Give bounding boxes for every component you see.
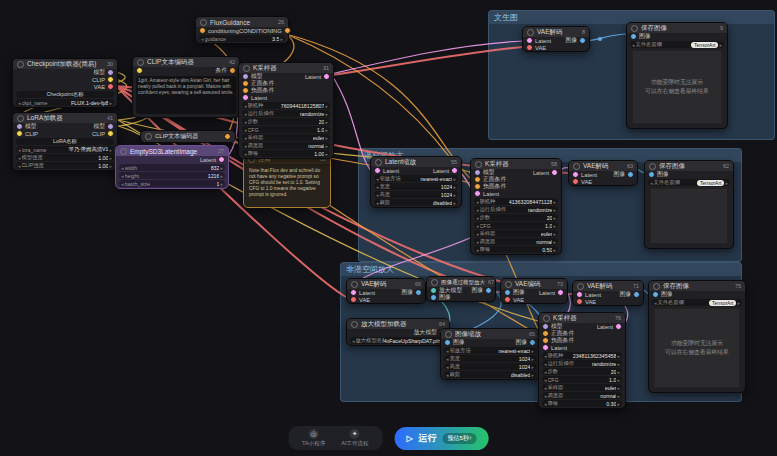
steps-widget[interactable]: 步数20 <box>242 118 330 125</box>
conditioning-output-port[interactable] <box>224 133 231 140</box>
latent-input-port[interactable] <box>474 190 481 197</box>
image-output-port[interactable] <box>415 289 422 296</box>
denoise-widget[interactable]: 降噪0.30 <box>542 400 622 407</box>
crop-widget[interactable]: 裁剪disabled <box>444 371 536 378</box>
vae-encode-node[interactable]: VAE编码73 图像Latent VAE <box>500 278 568 304</box>
clip-input-port[interactable] <box>136 67 143 74</box>
latent-input-port[interactable] <box>526 37 533 44</box>
clip-text-encode-negative-node-collapsed[interactable]: CLIP文本编码器 <box>140 130 236 143</box>
denoise-widget[interactable]: 降噪0.50 <box>474 246 558 253</box>
seed-widget[interactable]: 随机种760944118125807 <box>242 102 330 109</box>
image-input-port[interactable] <box>430 294 437 301</box>
scale-method-widget[interactable]: 缩放方法nearest-exact <box>444 347 536 354</box>
latent-input-port[interactable] <box>542 344 549 351</box>
expand-icon[interactable] <box>145 133 152 140</box>
collapse-icon[interactable] <box>120 148 127 155</box>
collapse-icon[interactable] <box>137 59 144 66</box>
latent-output-port[interactable] <box>323 73 330 80</box>
model-output-port[interactable] <box>107 123 114 130</box>
collapse-icon[interactable] <box>243 65 250 72</box>
vae-decode-node-1[interactable]: VAE解码8 Latent图像 VAE <box>522 26 590 52</box>
image-input-port[interactable] <box>630 33 637 40</box>
filename-value-chip[interactable]: TensorArt <box>709 300 736 306</box>
width-widget[interactable]: 宽度1024 <box>374 183 458 190</box>
collapse-icon[interactable] <box>543 315 550 322</box>
clip-output-port[interactable] <box>107 76 114 83</box>
vae-decode-node-3[interactable]: VAE解码66 Latent图像 VAE <box>346 278 426 304</box>
filename-prefix-widget[interactable]: 文件名前缀TensorArt <box>630 41 724 48</box>
upscale-image-with-model-node[interactable]: 图像通过模型放大67 放大模型图像 图像 <box>426 276 496 302</box>
save-image-node-3[interactable]: 保存图像75 图像 文件名前缀TensorArt 功能受限时无法展示 可以在右侧… <box>648 280 746 393</box>
ckpt-name-widget[interactable]: ckpt_nameFLUX.1-dev-fp8 <box>16 99 114 106</box>
node-graph-canvas[interactable]: 文生图 潜空间放大 非潜空间放大 <box>0 0 777 456</box>
conditioning-input-port[interactable] <box>199 27 206 34</box>
collapse-icon[interactable] <box>17 115 24 122</box>
negative-input-port[interactable] <box>542 337 549 344</box>
sampler-widget[interactable]: 采样器euler <box>242 134 330 141</box>
empty-latent-image-node[interactable]: EmptySD3LatentImage27 Latent width832 he… <box>115 145 229 189</box>
height-widget[interactable]: height1216 <box>119 172 225 179</box>
clip-output-port[interactable] <box>107 130 114 137</box>
collapse-icon[interactable] <box>351 281 358 288</box>
save-image-node-2[interactable]: 保存图像62 图像 文件名前缀TensorArt <box>644 160 734 249</box>
collapse-icon[interactable] <box>631 25 638 32</box>
clip-strength-widget[interactable]: CLIP强度1.00 <box>16 162 114 169</box>
denoise-widget[interactable]: 降噪1.00 <box>242 150 330 157</box>
guidance-widget[interactable]: guidance3.5 <box>199 35 285 42</box>
vae-decode-node-4[interactable]: VAE解码71 Latent图像 VAE <box>572 280 644 306</box>
steps-widget[interactable]: 步数20 <box>474 214 558 221</box>
model-output-port[interactable] <box>107 69 114 76</box>
clip-input-port[interactable] <box>16 130 23 137</box>
collapse-icon[interactable] <box>653 283 660 290</box>
lora-name-button[interactable]: LoRA名称 <box>16 138 114 145</box>
latent-input-port[interactable] <box>576 291 583 298</box>
image-scale-node[interactable]: 图像缩放65 图像图像 缩放方法nearest-exact 宽度1024 高度1… <box>440 328 540 380</box>
scheduler-widget[interactable]: 调度器normal <box>242 142 330 149</box>
latent-output-port[interactable] <box>218 156 225 163</box>
image-output-port[interactable] <box>579 37 586 44</box>
image-output-port[interactable] <box>633 291 640 298</box>
collapse-icon[interactable] <box>527 29 534 36</box>
conditioning-output-port[interactable] <box>284 27 291 34</box>
vae-input-port[interactable] <box>572 178 579 185</box>
latent-output-port[interactable] <box>615 323 622 330</box>
seed-widget[interactable]: 随机种234811362345458 <box>542 352 622 359</box>
collapse-icon[interactable] <box>17 61 24 68</box>
ksampler-node-3[interactable]: K采样器76 模型Latent 正面条件 负面条件 Latent 随机种2348… <box>538 312 626 409</box>
after-run-widget[interactable]: 运行后操作randomize <box>242 110 330 117</box>
vae-input-port[interactable] <box>576 298 583 305</box>
upscale-model-loader-node[interactable]: 放大模型加载器64 放大模型 放大模型名称4xFaceUpSharpDAT.pt… <box>346 318 450 346</box>
note-node[interactable]: 注释32 Note that Flux dev and schnell do n… <box>243 153 331 208</box>
after-run-widget[interactable]: 运行后操作randomize <box>542 360 622 367</box>
crop-widget[interactable]: 裁剪disabled <box>374 199 458 206</box>
filename-value-chip[interactable]: TensorArt <box>691 42 718 48</box>
run-button[interactable]: ▷ 运行 预估5秒↑ <box>394 427 489 450</box>
height-widget[interactable]: 高度1024 <box>444 363 536 370</box>
image-output-port[interactable] <box>485 287 492 294</box>
image-output-port[interactable] <box>627 171 634 178</box>
latent-upscale-node[interactable]: Latent缩放55 LatentLatent 缩放方法nearest-exac… <box>370 156 462 208</box>
collapse-icon[interactable] <box>475 161 482 168</box>
image-input-port[interactable] <box>652 291 659 298</box>
image-input-port[interactable] <box>444 339 451 346</box>
collapse-icon[interactable] <box>649 163 656 170</box>
negative-input-port[interactable] <box>242 87 249 94</box>
collapse-icon[interactable] <box>577 283 584 290</box>
model-strength-widget[interactable]: 模型强度1.00 <box>16 154 114 161</box>
width-widget[interactable]: width832 <box>119 164 225 171</box>
vae-decode-node-2[interactable]: VAE解码63 Latent图像 VAE <box>568 160 638 186</box>
vae-input-port[interactable] <box>350 296 357 303</box>
latent-input-port[interactable] <box>350 289 357 296</box>
latent-output-port[interactable] <box>557 289 564 296</box>
seed-widget[interactable]: 随机种413632084471128 <box>474 198 558 205</box>
collapse-icon[interactable] <box>573 163 580 170</box>
flux-guidance-node[interactable]: FluxGuidance26 conditioningCONDITIONING … <box>195 16 289 44</box>
miniapp-button[interactable]: ◎ TA小程序 <box>302 429 325 447</box>
collapse-icon[interactable] <box>445 331 452 338</box>
cfg-widget[interactable]: CFG1.0 <box>242 126 330 133</box>
lora-name-widget[interactable]: lora_name琴乃-蕾姆高清V1 <box>16 146 114 153</box>
collapse-icon[interactable] <box>375 159 382 166</box>
checkpoint-loader-node[interactable]: Checkpoint加载器(简易)30 模型 CLIP VAE Checkpoi… <box>12 58 118 108</box>
image-input-port[interactable] <box>648 171 655 178</box>
upscale-model-name-widget[interactable]: 放大模型名称4xFaceUpSharpDAT.pth <box>350 337 446 344</box>
